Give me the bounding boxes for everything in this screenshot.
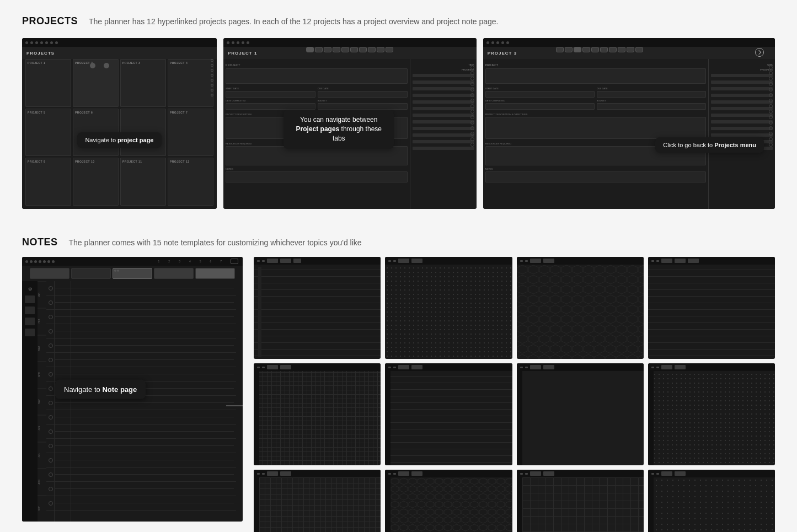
go-back-circle[interactable] — [755, 48, 764, 57]
project-cell[interactable]: PROJECT 10 — [73, 158, 119, 206]
navigate-project-bold: project page — [117, 137, 153, 143]
notes-tab-5[interactable] — [195, 268, 235, 279]
tab-pill[interactable] — [341, 47, 349, 52]
notes-header: NOTES The planner comes with 15 note tem… — [22, 237, 775, 248]
notes-tab-4[interactable] — [154, 268, 194, 279]
tab-pill[interactable] — [618, 47, 625, 52]
row-line — [55, 288, 234, 288]
tab-pill[interactable] — [591, 47, 599, 52]
project-cell[interactable]: PROJECT 2 — [73, 59, 119, 107]
row-circle — [49, 372, 53, 377]
tabs-bar-3[interactable] — [556, 47, 643, 52]
notes-tab-1[interactable] — [30, 268, 69, 279]
date-row: START DATE DUE DATE — [226, 87, 408, 98]
tab-pill[interactable] — [315, 47, 323, 52]
project-cell[interactable]: PROJECT 12 — [168, 158, 213, 206]
notes-tab-2[interactable] — [71, 268, 111, 279]
column-numbers: 1 2 3 4 5 6 7 — [158, 257, 243, 266]
note-template-blank — [517, 363, 644, 465]
project-cell[interactable]: PROJECT 1 — [25, 59, 71, 107]
tab-pill[interactable] — [582, 47, 590, 52]
notes-title: NOTES — [22, 237, 58, 248]
notes-planner-header: 1 2 3 4 5 6 7 — [22, 257, 243, 266]
row-line — [55, 402, 234, 403]
task-line — [413, 127, 474, 130]
tab-pill[interactable] — [368, 47, 376, 52]
navigate-note-bold: Note page — [102, 385, 137, 394]
tab-pill[interactable] — [565, 47, 573, 52]
project-cell[interactable]: PROJECT 11 — [120, 158, 166, 206]
row-line — [55, 445, 234, 446]
project-cell[interactable]: PROJECT 4 — [168, 59, 213, 107]
svg-rect-3 — [517, 265, 644, 359]
tab-pill[interactable] — [359, 47, 367, 52]
task-line — [413, 140, 474, 143]
project-cell[interactable]: PROJECT 3 — [120, 59, 166, 107]
r-circle — [470, 143, 474, 147]
month-aug: AUG — [38, 468, 46, 495]
header-dot — [35, 41, 38, 44]
planner-title-text-3: PROJECT 3 — [488, 51, 517, 56]
tab-pill[interactable] — [324, 47, 331, 52]
left-panel-2 — [385, 371, 391, 465]
note-header-1 — [254, 257, 381, 265]
row-line — [55, 359, 234, 360]
row-circle — [49, 415, 53, 420]
r-circle — [470, 126, 474, 130]
note-template-r3-4 — [648, 470, 775, 532]
side-dot — [211, 84, 213, 87]
row-line — [55, 460, 234, 460]
note-template-lined-3 — [385, 363, 512, 465]
go-back-tooltip: Click to go back to Projects menu — [655, 137, 764, 153]
row-line — [55, 374, 234, 374]
screenshot-project-detail: PROJECT 1 — [223, 38, 477, 209]
r-circle — [470, 110, 474, 114]
note-template-honeycomb — [517, 257, 644, 359]
header-dot — [40, 41, 43, 44]
tab-pill[interactable] — [350, 47, 358, 52]
r-circle — [470, 115, 474, 119]
tab-pill-active[interactable] — [306, 47, 314, 52]
chevron-right-icon — [757, 50, 761, 55]
resources-box — [226, 146, 408, 165]
planner-mock-2: PROJECT 1 — [223, 38, 477, 209]
tab-pill[interactable] — [635, 47, 643, 52]
tab-pill[interactable] — [600, 47, 608, 52]
notes-planner-tabs[interactable] — [28, 266, 237, 281]
project-name-box — [226, 68, 408, 84]
side-dot — [211, 69, 213, 72]
tab-pill[interactable] — [377, 47, 384, 52]
svg-rect-5 — [391, 477, 512, 532]
r-circle — [470, 137, 474, 141]
project-3-left: PROJECT START DATE DUE DATE — [483, 59, 709, 209]
tab-pill[interactable] — [627, 47, 634, 52]
tab-pill-active[interactable] — [574, 47, 581, 52]
planner-header-bar-2 — [223, 38, 477, 47]
note-header-9 — [254, 470, 381, 477]
planner-header-bar-1 — [22, 38, 217, 47]
notes-row — [46, 295, 236, 310]
header-dot — [237, 41, 239, 44]
tab-pill[interactable] — [556, 47, 564, 52]
row-circle — [49, 487, 53, 491]
note-template-r3-2 — [385, 470, 512, 532]
project-cell[interactable]: PROJECT 9 — [25, 158, 71, 206]
task-line — [413, 74, 474, 77]
tab-pill[interactable] — [333, 47, 340, 52]
project-cell[interactable]: PROJECT 5 — [25, 109, 71, 157]
tab-pill[interactable] — [609, 47, 617, 52]
project-cell[interactable]: PROJECT 7 — [168, 109, 213, 157]
notes-tab-active[interactable] — [113, 268, 152, 279]
side-dot — [211, 79, 213, 82]
note-header-2 — [385, 257, 512, 265]
month-apr: APR — [38, 361, 46, 388]
sidebar-item-1 — [25, 295, 35, 303]
tab-pill[interactable] — [386, 47, 393, 52]
note-header-11 — [517, 470, 644, 477]
tabs-bar-2[interactable] — [306, 47, 393, 52]
header-dot — [30, 41, 33, 44]
start-date-section: START DATE — [226, 87, 315, 98]
navigate-project-tooltip: Navigate to project page — [77, 132, 161, 148]
left-margin — [258, 265, 261, 357]
month-jul: JUL — [38, 442, 46, 468]
